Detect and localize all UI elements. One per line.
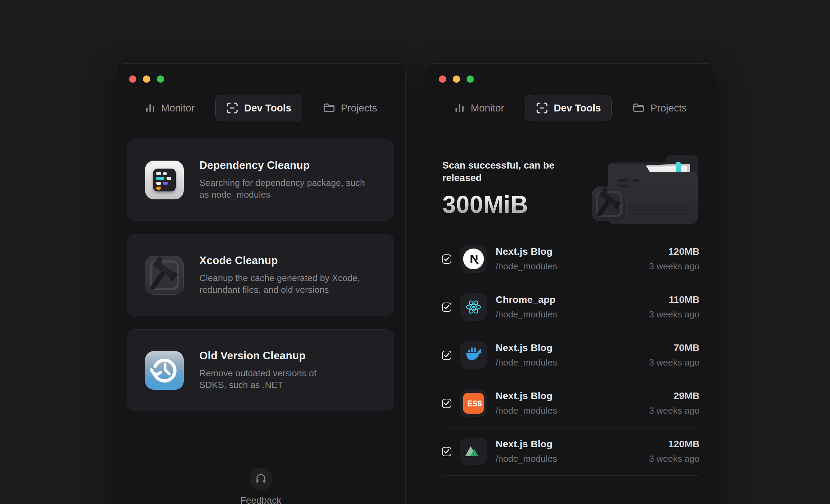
row-checkbox[interactable]	[442, 303, 451, 312]
tab-projects[interactable]: Projects	[632, 102, 687, 114]
card-title: Xcode Cleanup	[199, 254, 360, 267]
project-size: 120MB	[649, 246, 700, 257]
dev-folder-illustration	[608, 155, 698, 224]
project-path: /node_modules	[496, 453, 641, 464]
tab-projects-label: Projects	[650, 102, 687, 114]
card-text: Xcode Cleanup Cleanup the cache generate…	[199, 254, 360, 296]
card-dependency-cleanup[interactable]: Dependency Cleanup Searching for depende…	[127, 139, 394, 221]
list-item-nuxt-project[interactable]: Next.js Blog /node_modules 120MB 3 weeks…	[442, 428, 700, 476]
tab-bar: Monitor Dev Tools Projects	[426, 95, 715, 121]
tab-dev-tools-label: Dev Tools	[244, 102, 291, 114]
tab-projects[interactable]: Projects	[323, 102, 377, 114]
project-size: 29MB	[649, 390, 700, 402]
close-button[interactable]	[439, 75, 446, 83]
list-item-docker-project[interactable]: Next.js Blog /node_modules 70MB 3 weeks …	[442, 331, 700, 379]
project-size: 110MB	[649, 294, 700, 305]
tab-dev-tools-label: Dev Tools	[554, 102, 601, 114]
xcode-hammer-badge	[592, 187, 626, 221]
list-item-nextjs-blog[interactable]: Next.js Blog /node_modules 120MB 3 weeks…	[442, 235, 700, 283]
traffic-lights	[129, 75, 164, 83]
tab-bar: Monitor Dev Tools Projects	[116, 95, 405, 121]
row-checkbox[interactable]	[442, 399, 451, 408]
tab-dev-tools[interactable]: Dev Tools	[215, 95, 302, 121]
close-button[interactable]	[129, 75, 136, 83]
project-age: 3 weeks ago	[649, 405, 700, 416]
minimize-button[interactable]	[143, 75, 150, 83]
card-title: Old Version Cleanup	[199, 350, 316, 362]
card-text: Old Version Cleanup Remove outdated vers…	[199, 350, 316, 391]
list-item-es6-project[interactable]: ES6 Next.js Blog /node_modules 29MB 3 we…	[442, 379, 700, 428]
tab-monitor-label: Monitor	[471, 102, 504, 114]
nextjs-logo	[460, 245, 487, 273]
time-machine-icon	[145, 351, 184, 390]
project-path: /node_modules	[496, 261, 641, 272]
row-checkbox[interactable]	[442, 447, 451, 456]
xcode-hammer-icon	[145, 256, 184, 295]
nuxt-logo	[460, 438, 487, 465]
dependency-cleanup-icon	[145, 161, 184, 199]
row-meta: 120MB 3 weeks ago	[649, 439, 700, 464]
row-meta: 70MB 3 weeks ago	[649, 342, 700, 368]
scan-status-text: Scan successful, can be released	[442, 159, 554, 184]
project-age: 3 weeks ago	[649, 309, 700, 320]
docker-logo	[460, 341, 487, 369]
tab-projects-label: Projects	[341, 102, 377, 114]
list-item-chrome-app[interactable]: Chrome_app /node_modules 110MB 3 weeks a…	[442, 283, 700, 331]
project-name: Next.js Blog	[496, 342, 641, 353]
scan-size-value: 300MiB	[442, 191, 554, 218]
headphones-icon	[254, 472, 267, 486]
card-description: Searching for dependency package, such a…	[199, 177, 365, 201]
card-title: Dependency Cleanup	[199, 159, 365, 172]
project-path: /node_modules	[496, 309, 641, 320]
row-text: Next.js Blog /node_modules	[496, 246, 641, 272]
card-xcode-cleanup[interactable]: Xcode Cleanup Cleanup the cache generate…	[127, 234, 394, 316]
row-text: Next.js Blog /node_modules	[496, 390, 641, 416]
es6-badge-text: ES6	[463, 393, 484, 414]
scan-results-list: Next.js Blog /node_modules 120MB 3 weeks…	[442, 235, 700, 476]
dev-tools-window: Monitor Dev Tools Projects	[116, 63, 406, 504]
project-name: Next.js Blog	[496, 439, 641, 450]
tab-monitor-label: Monitor	[161, 102, 195, 114]
tab-monitor[interactable]: Monitor	[454, 102, 504, 114]
tab-dev-tools[interactable]: Dev Tools	[525, 95, 612, 121]
project-path: /node_modules	[496, 405, 641, 416]
feedback-circle	[249, 468, 272, 490]
project-age: 3 weeks ago	[649, 453, 700, 464]
project-name: Next.js Blog	[496, 246, 641, 257]
row-text: Next.js Blog /node_modules	[496, 439, 641, 464]
project-path: /node_modules	[496, 357, 641, 368]
row-meta: 110MB 3 weeks ago	[649, 294, 700, 320]
folder-icon	[632, 102, 645, 114]
row-checkbox[interactable]	[442, 351, 451, 360]
project-size: 120MB	[649, 439, 700, 450]
folder-icon	[323, 102, 335, 114]
zoom-button[interactable]	[157, 75, 164, 83]
es6-logo: ES6	[460, 389, 487, 417]
feedback-button[interactable]: Feedback	[240, 468, 281, 504]
project-size: 70MB	[649, 342, 700, 353]
scan-minus-icon	[536, 102, 548, 114]
feedback-label: Feedback	[240, 495, 281, 504]
scan-results-window: Monitor Dev Tools Projects	[426, 63, 715, 504]
tab-monitor[interactable]: Monitor	[145, 102, 195, 114]
project-age: 3 weeks ago	[649, 261, 700, 272]
row-checkbox[interactable]	[442, 254, 451, 264]
row-text: Next.js Blog /node_modules	[496, 342, 641, 368]
project-age: 3 weeks ago	[649, 357, 700, 368]
card-text: Dependency Cleanup Searching for depende…	[199, 159, 365, 201]
card-description: Remove outdated versions of SDKS, such a…	[199, 367, 316, 391]
monitor-bars-icon	[454, 102, 465, 114]
monitor-bars-icon	[145, 102, 156, 114]
minimize-button[interactable]	[453, 75, 460, 83]
card-description: Cleanup the cache generated by Xcode, re…	[199, 272, 360, 296]
card-old-version-cleanup[interactable]: Old Version Cleanup Remove outdated vers…	[127, 329, 394, 411]
scan-minus-icon	[226, 102, 238, 114]
project-name: Chrome_app	[496, 294, 641, 305]
row-text: Chrome_app /node_modules	[496, 294, 641, 320]
cleanup-tools-list: Dependency Cleanup Searching for depende…	[127, 139, 394, 411]
react-logo	[460, 293, 487, 321]
zoom-button[interactable]	[467, 75, 474, 83]
row-meta: 120MB 3 weeks ago	[649, 246, 700, 272]
scan-summary: Scan successful, can be released 300MiB	[442, 159, 554, 218]
project-name: Next.js Blog	[496, 390, 641, 402]
